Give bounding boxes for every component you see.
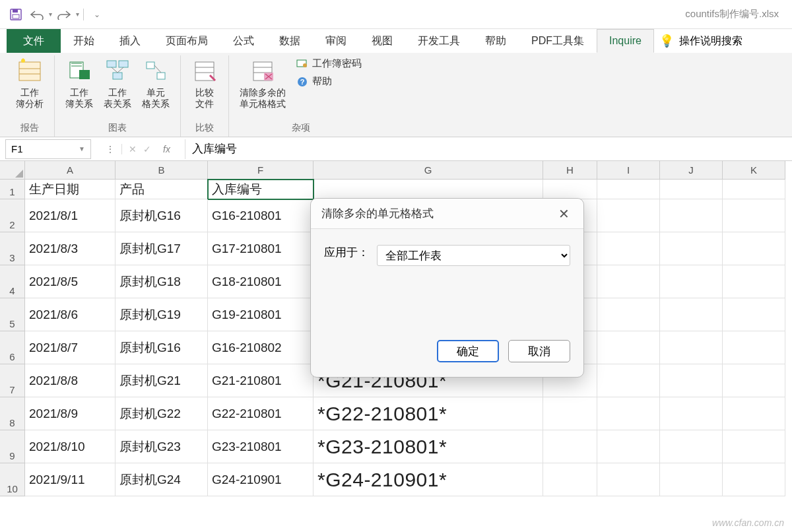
cell[interactable]: 原封机G22 [116, 397, 208, 430]
cell[interactable] [723, 397, 785, 430]
workbook-analysis-button[interactable]: 工作簿分析 [11, 55, 49, 112]
compare-files-button[interactable]: 比较文件 [186, 55, 223, 112]
cell[interactable] [597, 463, 660, 496]
cell[interactable] [660, 397, 723, 430]
cell[interactable] [660, 180, 723, 199]
cell[interactable]: 原封机G21 [116, 364, 208, 397]
cell[interactable] [597, 199, 660, 232]
cell[interactable] [543, 463, 597, 496]
row-header[interactable]: 10 [0, 463, 25, 496]
column-header-H[interactable]: H [543, 161, 597, 180]
save-icon[interactable] [7, 5, 25, 24]
cell[interactable]: G16-210801 [208, 199, 314, 232]
workbook-relationship-button[interactable]: 工作簿关系 [60, 55, 98, 112]
cell[interactable] [314, 180, 543, 199]
cell[interactable] [597, 364, 660, 397]
cell[interactable] [723, 364, 785, 397]
help-button[interactable]: ? 帮助 [291, 73, 367, 90]
cell[interactable] [723, 232, 785, 265]
cell[interactable]: G16-210802 [208, 331, 314, 364]
column-header-G[interactable]: G [314, 161, 543, 180]
cell[interactable]: G23-210801 [208, 430, 314, 463]
undo-icon[interactable] [28, 5, 46, 24]
cell[interactable]: 2021/8/5 [25, 265, 116, 298]
row-header[interactable]: 8 [0, 397, 25, 430]
row-header[interactable]: 6 [0, 331, 25, 364]
column-header-J[interactable]: J [660, 161, 723, 180]
row-header[interactable]: 4 [0, 265, 25, 298]
apply-to-select[interactable]: 全部工作表 [377, 245, 570, 266]
cell[interactable]: G18-210801 [208, 265, 314, 298]
select-all-corner[interactable] [0, 161, 25, 180]
tab-inquire[interactable]: Inquire [597, 29, 654, 53]
row-header[interactable]: 5 [0, 298, 25, 331]
cell[interactable]: 2021/8/1 [25, 199, 116, 232]
cell[interactable]: 原封机G16 [116, 331, 208, 364]
cell[interactable]: 2021/9/11 [25, 463, 116, 496]
tab-developer[interactable]: 开发工具 [405, 29, 473, 53]
cell[interactable] [723, 265, 785, 298]
cell[interactable] [543, 180, 597, 199]
column-header-A[interactable]: A [25, 161, 116, 180]
close-icon[interactable]: ✕ [554, 205, 573, 223]
tell-me-search[interactable]: 💡 操作说明搜索 [659, 29, 742, 53]
cell[interactable]: 2021/8/3 [25, 232, 116, 265]
row-header[interactable]: 3 [0, 232, 25, 265]
tab-page-layout[interactable]: 页面布局 [153, 29, 220, 53]
cell[interactable]: G17-210801 [208, 232, 314, 265]
cell[interactable] [597, 298, 660, 331]
clean-excess-format-button[interactable]: 清除多余的单元格格式 [234, 55, 291, 112]
cell[interactable]: 产品 [116, 180, 208, 199]
cell[interactable] [597, 232, 660, 265]
tab-pdf-tool[interactable]: PDF工具集 [519, 29, 597, 53]
cell[interactable]: 2021/8/9 [25, 397, 116, 430]
cell[interactable] [543, 397, 597, 430]
cell[interactable]: 原封机G17 [116, 232, 208, 265]
tab-insert[interactable]: 插入 [107, 29, 153, 53]
tab-formulas[interactable]: 公式 [220, 29, 267, 53]
cell[interactable]: G22-210801 [208, 397, 314, 430]
row-header[interactable]: 7 [0, 364, 25, 397]
row-header[interactable]: 2 [0, 199, 25, 232]
cell[interactable] [660, 298, 723, 331]
column-header-I[interactable]: I [597, 161, 660, 180]
cell[interactable]: 2021/8/6 [25, 298, 116, 331]
column-header-K[interactable]: K [723, 161, 785, 180]
cell[interactable]: 原封机G19 [116, 298, 208, 331]
cell[interactable] [723, 331, 785, 364]
cell[interactable]: *G24-210901* [314, 463, 543, 496]
worksheet-relationship-button[interactable]: 工作表关系 [98, 55, 137, 112]
cell[interactable] [660, 199, 723, 232]
cell[interactable]: 原封机G18 [116, 265, 208, 298]
cell[interactable]: *G23-210801* [314, 430, 543, 463]
tab-file[interactable]: 文件 [7, 29, 61, 53]
cancel-button[interactable]: 取消 [508, 340, 570, 362]
cell[interactable] [660, 232, 723, 265]
cell[interactable]: 生产日期 [25, 180, 116, 199]
cell[interactable] [660, 430, 723, 463]
workbook-password-button[interactable]: 工作簿密码 [291, 55, 367, 72]
tab-home[interactable]: 开始 [61, 29, 107, 53]
cell[interactable]: *G22-210801* [314, 397, 543, 430]
cell[interactable] [597, 430, 660, 463]
cell[interactable]: 原封机G16 [116, 199, 208, 232]
tab-view[interactable]: 视图 [359, 29, 405, 53]
cell[interactable]: 2021/8/10 [25, 430, 116, 463]
column-header-F[interactable]: F [208, 161, 314, 180]
cell[interactable] [660, 331, 723, 364]
cell[interactable] [597, 331, 660, 364]
tab-help[interactable]: 帮助 [473, 29, 519, 53]
cell[interactable] [723, 430, 785, 463]
cell[interactable] [723, 180, 785, 199]
tab-review[interactable]: 审阅 [313, 29, 359, 53]
cell[interactable] [660, 265, 723, 298]
cell[interactable] [597, 397, 660, 430]
customize-qat-icon[interactable]: ⌄ [88, 5, 106, 24]
cell[interactable]: 入库编号 [208, 180, 314, 199]
tab-data[interactable]: 数据 [267, 29, 313, 53]
name-box[interactable]: F1 ▼ [5, 139, 91, 159]
column-header-B[interactable]: B [116, 161, 208, 180]
formula-input[interactable] [185, 139, 792, 159]
cell[interactable]: G21-210801 [208, 364, 314, 397]
row-header[interactable]: 9 [0, 430, 25, 463]
